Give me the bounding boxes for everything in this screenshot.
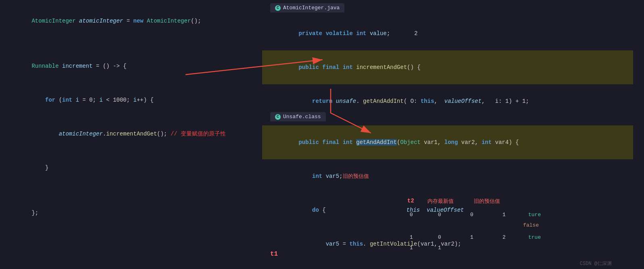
old-estimate-header: 旧的预估值 [474,198,500,205]
code-line-8: }; [8,196,250,230]
unsafe-tab-icon-c: C [275,114,281,120]
atomic-integer-panel: C AtomicInteger.java private volatile in… [262,0,633,109]
unsafe-class-tab[interactable]: C Unsafe.class [270,112,326,121]
memory-latest-header: 内存最新值 [427,198,454,205]
atomic-integer-tab[interactable]: C AtomicInteger.java [270,3,344,13]
unsafe-line-5: } while(!this. compareAndSwapInt(var1, v… [262,261,633,269]
unsafe-line-2: int var5;旧的预估值 [262,159,633,193]
main-container: ▤ ⊞ 网 ··· AtomicInteger atomicInteger = … [0,0,644,269]
t1-label: t1 [270,250,278,258]
table-header: 内存最新值 旧的预估值 [427,198,500,205]
code-line-1: AtomicInteger atomicInteger = new Atomic… [8,4,250,38]
code-line-3: Runnable increment = () -> { [8,49,250,83]
atomic-integer-tab-label: AtomicInteger.java [283,5,340,11]
table-row-1: 0 0 0 1 ture [407,210,541,220]
left-code-panel: AtomicInteger atomicInteger = new Atomic… [0,0,258,269]
table-row-3: 1 1 [407,243,541,253]
atomic-line-2: public final int incrementAndGet() { [262,50,633,84]
code-line-7 [8,185,250,196]
table-data: 0 0 0 1 ture false 1 0 1 2 true 1 1 [407,210,541,253]
table-row-false: false [407,220,541,231]
atomic-line-1: private volatile int value;2 [262,17,633,50]
code-line-2 [8,38,250,49]
tab-icon-c: C [275,5,281,11]
code-line-6: } [8,151,250,185]
unsafe-class-tab-label: Unsafe.class [283,114,321,120]
code-line-4: for (int i = 0; i < 1000; i++) { [8,83,250,117]
watermark: CSDN @仁深渊 [580,260,612,267]
unsafe-line-1: public final int getAndAddInt(Object var… [262,125,633,159]
code-line-5: atomicInteger.incrementAndGet(); // 变量赋值… [8,117,250,151]
t2-label: t2 [407,198,414,204]
table-row-2: 1 0 1 2 true [407,232,541,243]
